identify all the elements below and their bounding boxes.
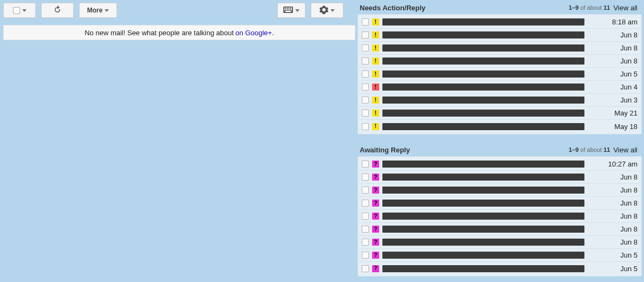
svg-rect-8 xyxy=(288,9,289,10)
redacted-subject xyxy=(382,70,584,78)
mail-row[interactable]: 8:18 am xyxy=(359,16,641,29)
row-date: Jun 3 xyxy=(591,96,638,104)
row-checkbox[interactable] xyxy=(362,239,369,246)
redacted-subject xyxy=(382,265,584,272)
svg-rect-4 xyxy=(289,8,290,9)
row-checkbox[interactable] xyxy=(362,18,369,25)
awaiting-badge-icon xyxy=(372,187,379,194)
row-date: 8:18 am xyxy=(591,18,638,26)
mail-row[interactable]: May 21 xyxy=(359,107,641,120)
mail-row[interactable]: Jun 8 xyxy=(359,197,641,210)
redacted-subject xyxy=(382,123,584,130)
gear-icon xyxy=(320,5,328,16)
row-checkbox[interactable] xyxy=(362,265,369,272)
view-all-link[interactable]: View all xyxy=(613,4,638,12)
section-awaiting-reply: Awaiting Reply 1–9 of about 11 View all … xyxy=(357,144,642,277)
row-checkbox[interactable] xyxy=(362,70,369,78)
row-date: Jun 8 xyxy=(591,199,638,207)
mail-row[interactable]: Jun 8 xyxy=(359,55,641,68)
needs-action-badge-icon xyxy=(372,123,379,130)
empty-text: No new mail! See what people are talking… xyxy=(84,29,233,37)
awaiting-badge-icon xyxy=(372,252,379,259)
refresh-button[interactable] xyxy=(41,3,74,18)
section-rows: 10:27 amJun 8Jun 8Jun 8Jun 8Jun 8Jun 8Ju… xyxy=(357,156,642,277)
select-all-button[interactable] xyxy=(3,3,36,18)
mail-row[interactable]: Jun 4 xyxy=(359,81,641,94)
svg-rect-5 xyxy=(291,8,292,9)
section-needs-action: Needs Action/Reply 1–9 of about 11 View … xyxy=(357,2,642,134)
redacted-subject xyxy=(382,213,584,220)
row-checkbox[interactable] xyxy=(362,213,369,220)
redacted-subject xyxy=(382,252,584,259)
svg-rect-2 xyxy=(286,8,287,9)
more-button[interactable]: More xyxy=(79,3,117,18)
row-checkbox[interactable] xyxy=(362,31,369,39)
mail-row[interactable]: Jun 8 xyxy=(359,184,641,197)
row-date: Jun 8 xyxy=(591,186,638,194)
svg-rect-11 xyxy=(285,11,291,12)
caret-down-icon xyxy=(105,9,109,12)
needs-action-badge-icon xyxy=(372,97,379,104)
awaiting-badge-icon xyxy=(372,213,379,220)
needs-action-badge-icon xyxy=(372,44,379,52)
mail-row[interactable]: Jun 5 xyxy=(359,262,641,275)
row-checkbox[interactable] xyxy=(362,110,369,117)
toolbar-right xyxy=(277,2,349,18)
redacted-subject xyxy=(382,226,584,233)
empty-inbox-banner: No new mail! See what people are talking… xyxy=(3,25,355,40)
input-tools-button[interactable] xyxy=(277,3,305,18)
mail-row[interactable]: Jun 8 xyxy=(359,171,641,184)
row-checkbox[interactable] xyxy=(362,174,369,181)
mail-row[interactable]: Jun 8 xyxy=(359,42,641,55)
needs-action-badge-icon xyxy=(372,110,379,117)
mail-row[interactable]: Jun 8 xyxy=(359,236,641,249)
mail-row[interactable]: Jun 8 xyxy=(359,223,641,236)
row-checkbox[interactable] xyxy=(362,84,369,91)
row-date: Jun 8 xyxy=(591,57,638,65)
row-checkbox[interactable] xyxy=(362,44,369,52)
row-checkbox[interactable] xyxy=(362,97,369,104)
redacted-subject xyxy=(382,200,584,207)
row-date: Jun 5 xyxy=(591,251,638,259)
keyboard-icon xyxy=(283,7,293,15)
needs-action-badge-icon xyxy=(372,18,379,25)
row-date: Jun 4 xyxy=(591,83,638,91)
redacted-subject xyxy=(382,187,584,194)
svg-rect-3 xyxy=(288,8,289,9)
row-date: May 21 xyxy=(591,109,638,117)
mail-row[interactable]: Jun 5 xyxy=(359,249,641,262)
row-date: Jun 8 xyxy=(591,31,638,39)
refresh-icon xyxy=(53,5,62,16)
mail-row[interactable]: May 18 xyxy=(359,120,641,133)
redacted-subject xyxy=(382,44,584,52)
redacted-subject xyxy=(382,161,584,168)
checkbox-icon xyxy=(13,7,20,14)
row-date: Jun 8 xyxy=(591,173,638,181)
needs-action-badge-icon xyxy=(372,70,379,78)
needs-action-badge-icon xyxy=(372,84,379,91)
svg-rect-7 xyxy=(286,9,287,10)
row-checkbox[interactable] xyxy=(362,57,369,65)
row-date: Jun 5 xyxy=(591,265,638,273)
settings-button[interactable] xyxy=(311,3,343,18)
row-checkbox[interactable] xyxy=(362,187,369,194)
row-checkbox[interactable] xyxy=(362,226,369,233)
toolbar-left: More xyxy=(3,2,122,18)
mail-row[interactable]: Jun 3 xyxy=(359,94,641,107)
redacted-subject xyxy=(382,84,584,91)
awaiting-badge-icon xyxy=(372,174,379,181)
row-checkbox[interactable] xyxy=(362,161,369,168)
mail-row[interactable]: 10:27 am xyxy=(359,158,641,171)
google-plus-link[interactable]: on Google+ xyxy=(236,29,272,37)
more-label: More xyxy=(87,7,103,14)
mail-row[interactable]: Jun 5 xyxy=(359,68,641,81)
needs-action-badge-icon xyxy=(372,57,379,65)
mail-row[interactable]: Jun 8 xyxy=(359,210,641,223)
view-all-link[interactable]: View all xyxy=(613,146,638,154)
row-checkbox[interactable] xyxy=(362,123,369,130)
row-checkbox[interactable] xyxy=(362,200,369,207)
row-checkbox[interactable] xyxy=(362,252,369,259)
mail-row[interactable]: Jun 8 xyxy=(359,29,641,42)
redacted-subject xyxy=(382,97,584,104)
caret-down-icon xyxy=(295,9,300,12)
